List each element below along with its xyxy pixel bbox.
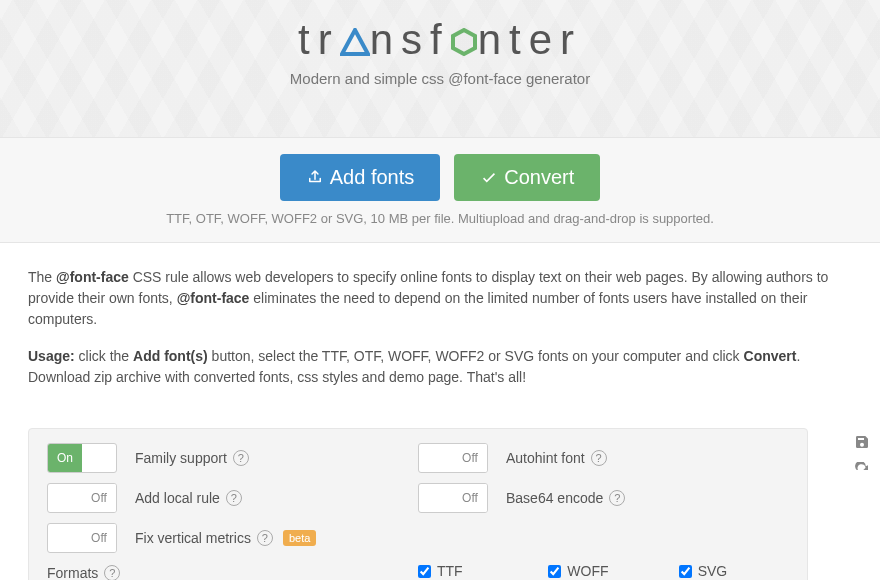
help-icon[interactable]: ? [104, 565, 120, 580]
svg-marker-1 [453, 30, 475, 54]
add-fonts-label: Add fonts [330, 166, 415, 188]
side-tools [854, 434, 870, 478]
brand-text-2: nsf [370, 16, 450, 63]
brand-logo: trnsfnter [0, 16, 880, 66]
label-add-local: Add local rule? [135, 490, 242, 506]
toggle-base64[interactable]: Off [418, 483, 488, 513]
upload-hint: TTF, OTF, WOFF, WOFF2 or SVG, 10 MB per … [0, 211, 880, 226]
svg-marker-0 [342, 30, 368, 54]
label-formats: Formats? [47, 565, 120, 580]
convert-label: Convert [504, 166, 574, 188]
description-p1: The @font-face CSS rule allows web devel… [28, 267, 852, 330]
label-base64: Base64 encode? [506, 490, 625, 506]
help-icon[interactable]: ? [609, 490, 625, 506]
help-icon[interactable]: ? [233, 450, 249, 466]
check-icon [480, 168, 498, 186]
brand-text-3: nter [478, 16, 582, 63]
upload-icon [306, 168, 324, 186]
actions-bar: Add fonts Convert TTF, OTF, WOFF, WOFF2 … [0, 137, 880, 243]
beta-badge: beta [283, 530, 316, 546]
checkbox-woff[interactable]: WOFF [548, 563, 658, 579]
toggle-autohint[interactable]: Off [418, 443, 488, 473]
description: The @font-face CSS rule allows web devel… [0, 243, 880, 428]
label-family-support: Family support? [135, 450, 249, 466]
checkbox-svg[interactable]: SVG [679, 563, 789, 579]
label-fix-vertical: Fix vertical metrics?beta [135, 530, 316, 546]
label-autohint: Autohint font? [506, 450, 607, 466]
toggle-family-support[interactable]: On [47, 443, 117, 473]
toggle-fix-vertical[interactable]: Off [47, 523, 117, 553]
hexagon-icon [450, 18, 478, 66]
tagline: Modern and simple css @font-face generat… [0, 70, 880, 87]
help-icon[interactable]: ? [226, 490, 242, 506]
convert-button[interactable]: Convert [454, 154, 600, 201]
header: trnsfnter Modern and simple css @font-fa… [0, 0, 880, 137]
help-icon[interactable]: ? [257, 530, 273, 546]
refresh-icon[interactable] [854, 462, 870, 478]
description-p2: Usage: click the Add font(s) button, sel… [28, 346, 852, 388]
add-fonts-button[interactable]: Add fonts [280, 154, 441, 201]
toggle-add-local[interactable]: Off [47, 483, 117, 513]
save-icon[interactable] [854, 434, 870, 450]
triangle-icon [340, 18, 370, 66]
checkbox-ttf[interactable]: TTF [418, 563, 528, 579]
brand-text-1: tr [298, 16, 340, 63]
help-icon[interactable]: ? [591, 450, 607, 466]
options-panel: On Family support? Off Autohint font? Of… [28, 428, 808, 580]
